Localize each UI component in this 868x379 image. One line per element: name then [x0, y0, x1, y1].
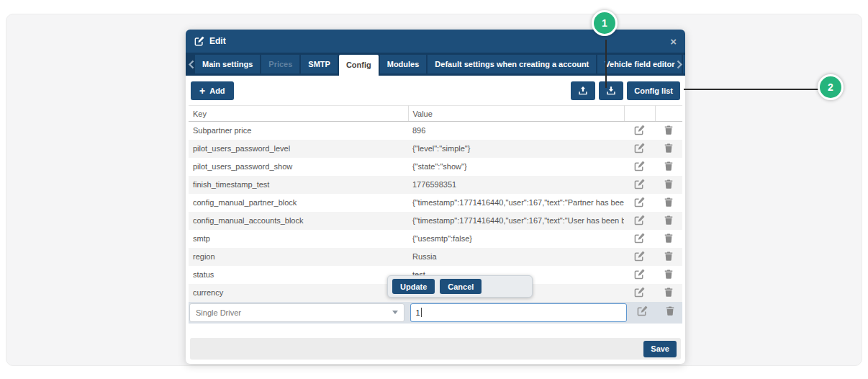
tabs-scroll-right-icon[interactable]	[677, 53, 683, 76]
key-cell: pilot_users_password_show	[189, 158, 408, 176]
value-cell: {"timestamp":1771416440,"user":167,"text…	[408, 212, 624, 230]
table-row: finish_timestamp_test 1776598351	[189, 176, 682, 194]
trash-icon	[664, 197, 674, 208]
config-toolbar: + Add Config list	[189, 81, 682, 101]
value-cell: 896	[408, 122, 624, 140]
edit-modal: Edit × Main settings Prices SMTP Config …	[186, 30, 685, 364]
modal-footer: Save	[190, 338, 681, 360]
callout-2-line	[684, 89, 818, 90]
tab-main-settings[interactable]: Main settings	[195, 55, 260, 73]
value-cell: {"state":"show"}	[408, 158, 624, 176]
save-button[interactable]: Save	[643, 341, 677, 357]
table-row: Subpartner price 896	[189, 122, 682, 140]
value-cell: {"timestamp":1771416440,"user":167,"text…	[408, 194, 624, 212]
edit-row-button[interactable]	[634, 125, 645, 135]
edit-row-button[interactable]	[634, 233, 645, 244]
trash-icon	[664, 233, 674, 244]
table-row: config_manual_accounts_block {"timestamp…	[189, 212, 682, 230]
edit-row-button[interactable]	[634, 287, 645, 298]
download-tray-icon	[606, 86, 616, 96]
tab-vehicle-field-editor[interactable]: Vehicle field editor	[597, 55, 682, 73]
chevron-down-icon	[392, 311, 398, 314]
tab-driver-field[interactable]: Driver field	[683, 55, 685, 73]
delete-row-button[interactable]	[664, 179, 674, 190]
edit-icon	[634, 215, 645, 226]
tab-modules[interactable]: Modules	[380, 55, 427, 73]
trash-icon	[664, 251, 674, 262]
inline-edit-popup: Update Cancel	[387, 275, 533, 298]
delete-row-button[interactable]	[664, 233, 674, 244]
upload-button[interactable]	[571, 81, 595, 100]
tab-default-settings[interactable]: Default settings when creating a account	[428, 55, 596, 73]
edit-icon	[634, 269, 645, 280]
tab-bar: Main settings Prices SMTP Config Modules…	[186, 53, 685, 76]
edit-icon	[634, 251, 645, 262]
edit-row-button[interactable]	[634, 197, 645, 208]
delete-row-button[interactable]	[664, 215, 674, 226]
value-cell: 1776598351	[408, 176, 624, 194]
column-header-edit	[624, 106, 655, 122]
delete-row-button[interactable]	[665, 306, 675, 316]
edit-icon	[634, 125, 645, 135]
edit-icon	[637, 306, 648, 316]
config-list-button[interactable]: Config list	[627, 81, 680, 100]
delete-row-button[interactable]	[664, 125, 674, 135]
value-cell: Russia	[408, 248, 624, 266]
close-icon[interactable]: ×	[670, 36, 677, 47]
trash-icon	[665, 306, 675, 316]
tab-smtp[interactable]: SMTP	[301, 55, 338, 73]
table-row: region Russia	[189, 248, 682, 266]
trash-icon	[664, 215, 674, 226]
update-button[interactable]: Update	[392, 279, 435, 294]
edit-icon	[634, 233, 645, 244]
table-header-row: Key Value	[189, 106, 682, 122]
key-select-value: Single Driver	[196, 308, 241, 317]
edit-row-button[interactable]	[634, 143, 645, 153]
add-button[interactable]: + Add	[191, 81, 234, 100]
column-header-value: Value	[408, 106, 624, 122]
modal-title: Edit	[209, 36, 226, 46]
delete-row-button[interactable]	[664, 161, 674, 171]
edit-row-button[interactable]	[634, 161, 645, 171]
edit-row-button[interactable]	[634, 215, 645, 226]
plus-icon: +	[199, 86, 205, 96]
new-entry-actions	[627, 306, 682, 319]
delete-row-button[interactable]	[664, 197, 674, 208]
tabs-scroll-left-icon[interactable]	[188, 53, 194, 76]
new-entry-row: Single Driver 1	[189, 302, 682, 324]
toolbar-right-group: Config list	[571, 81, 680, 100]
key-cell: config_manual_partner_block	[189, 194, 408, 212]
column-header-key: Key	[189, 106, 408, 122]
delete-row-button[interactable]	[664, 287, 674, 298]
text-caret	[421, 308, 422, 317]
value-input-text: 1	[416, 308, 420, 317]
download-button[interactable]	[599, 81, 623, 100]
edit-row-button[interactable]	[634, 179, 645, 190]
value-input[interactable]: 1	[410, 303, 627, 322]
key-select[interactable]: Single Driver	[189, 303, 404, 322]
cancel-button[interactable]: Cancel	[440, 279, 482, 294]
key-cell: pilot_users_password_level	[189, 140, 408, 158]
callout-badge-2: 2	[818, 74, 844, 100]
key-cell: Subpartner price	[189, 122, 408, 140]
delete-row-button[interactable]	[664, 251, 674, 262]
key-cell: region	[189, 248, 408, 266]
edit-row-button[interactable]	[637, 306, 648, 316]
trash-icon	[664, 287, 674, 298]
tab-config[interactable]: Config	[339, 55, 379, 76]
trash-icon	[664, 161, 674, 171]
key-cell: smtp	[189, 230, 408, 248]
table-row: smtp {"usesmtp":false}	[189, 230, 682, 248]
delete-row-button[interactable]	[664, 269, 674, 280]
key-cell: config_manual_accounts_block	[189, 212, 408, 230]
trash-icon	[664, 179, 674, 190]
edit-icon	[634, 287, 645, 298]
edit-row-button[interactable]	[634, 269, 645, 280]
upload-tray-icon	[578, 86, 588, 96]
tab-prices[interactable]: Prices	[261, 55, 299, 73]
column-header-delete	[655, 106, 682, 122]
edit-icon	[634, 161, 645, 171]
callout-1-line	[605, 40, 607, 88]
delete-row-button[interactable]	[664, 143, 674, 153]
edit-row-button[interactable]	[634, 251, 645, 262]
